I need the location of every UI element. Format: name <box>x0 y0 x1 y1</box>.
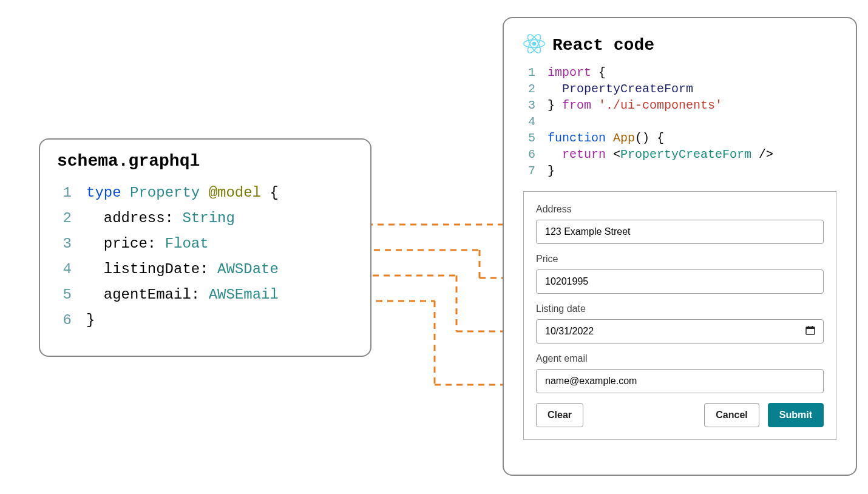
react-icon <box>523 33 545 57</box>
listing-date-input[interactable] <box>536 319 824 343</box>
agent-email-input[interactable] <box>536 369 824 393</box>
address-label: Address <box>536 204 824 215</box>
address-row: Address <box>536 204 824 244</box>
listing-date-row: Listing date <box>536 303 824 343</box>
clear-button[interactable]: Clear <box>536 403 583 427</box>
address-input[interactable] <box>536 220 824 244</box>
agent-email-label: Agent email <box>536 353 824 364</box>
schema-panel: schema.graphql 1type Property @model {2 … <box>39 138 371 357</box>
react-panel: React code 1import {2 PropertyCreateForm… <box>503 17 857 476</box>
schema-code: 1type Property @model {2 address: String… <box>57 180 353 333</box>
price-input[interactable] <box>536 269 824 294</box>
form-buttons: Clear Cancel Submit <box>536 403 824 427</box>
react-panel-header: React code <box>523 33 836 57</box>
agent-email-row: Agent email <box>536 353 824 393</box>
submit-button[interactable]: Submit <box>768 403 824 427</box>
schema-title: schema.graphql <box>57 152 353 171</box>
react-code: 1import {2 PropertyCreateForm3} from './… <box>523 64 836 179</box>
cancel-button[interactable]: Cancel <box>704 403 759 427</box>
property-create-form: Address Price Listing date <box>523 191 836 440</box>
listing-date-label: Listing date <box>536 303 824 314</box>
price-row: Price <box>536 254 824 294</box>
svg-point-14 <box>532 42 536 46</box>
react-title: React code <box>552 36 654 55</box>
price-label: Price <box>536 254 824 265</box>
